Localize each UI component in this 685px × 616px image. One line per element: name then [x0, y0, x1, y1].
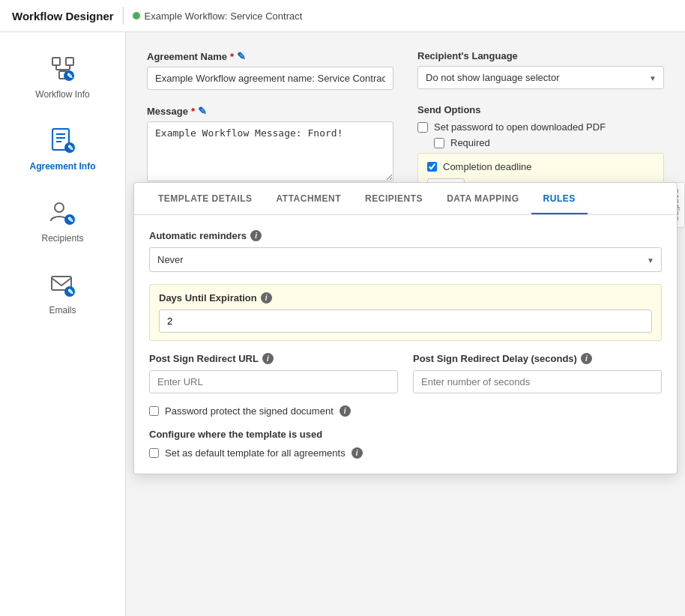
sidebar-item-recipients[interactable]: ✎ Recipients	[0, 184, 125, 256]
recipients-icon: ✎	[49, 199, 76, 226]
sidebar-label-workflow-info: Workflow Info	[35, 89, 89, 100]
modal-panel: TEMPLATE DETAILS ATTACHMENT RECIPIENTS D…	[133, 182, 678, 474]
default-template-row: Set as default template for all agreemen…	[149, 447, 662, 459]
set-password-row: Set password to open downloaded PDF	[417, 121, 664, 133]
sidebar-label-agreement-info: Agreement Info	[29, 161, 95, 172]
agreement-info-icon-wrap: ✎	[46, 124, 79, 157]
tab-template-details[interactable]: TEMPLATE DETAILS	[146, 183, 265, 214]
sidebar-item-agreement-info[interactable]: ✎ Agreement Info	[0, 112, 125, 184]
tab-attachment[interactable]: ATTACHMENT	[265, 183, 354, 214]
completion-deadline-label: Completion deadline	[443, 161, 532, 172]
sidebar-item-emails[interactable]: ✎ Emails	[0, 256, 125, 327]
modal-tabs: TEMPLATE DETAILS ATTACHMENT RECIPIENTS D…	[134, 183, 677, 215]
expiration-label: Days Until Expiration i	[159, 292, 652, 304]
post-sign-url-input[interactable]	[149, 370, 398, 393]
recipients-language-label: Recipient's Language	[417, 50, 664, 61]
completion-deadline-row: Completion deadline	[427, 161, 654, 172]
message-required-star: *	[191, 106, 195, 117]
divider	[123, 7, 124, 25]
sidebar: ✎ Workflow Info ✎ Agreement Info	[0, 32, 126, 616]
password-protect-row: Password protect the signed document i	[149, 405, 662, 417]
expiration-info-icon: i	[261, 292, 272, 304]
workflow-info-icon-wrap: ✎	[46, 52, 79, 85]
post-sign-delay-input[interactable]	[413, 370, 662, 393]
app-title: Workflow Designer	[12, 10, 114, 22]
default-template-label: Set as default template for all agreemen…	[165, 447, 345, 459]
set-password-checkbox[interactable]	[417, 122, 428, 133]
rules-panel-content: Automatic reminders i Never Every day Ev…	[134, 215, 677, 474]
default-template-checkbox[interactable]	[149, 448, 159, 458]
send-options-label: Send Options	[417, 104, 664, 115]
sidebar-item-workflow-info[interactable]: ✎ Workflow Info	[0, 40, 125, 112]
main-layout: ✎ Workflow Info ✎ Agreement Info	[0, 32, 685, 616]
svg-rect-1	[66, 58, 73, 65]
post-sign-fields: Post Sign Redirect URL i Post Sign Redir…	[149, 353, 662, 393]
reminders-select-wrap: Never Every day Every 2 days Every 5 day…	[149, 247, 662, 272]
post-sign-url-label: Post Sign Redirect URL i	[149, 353, 398, 364]
default-template-info-icon: i	[351, 447, 363, 459]
required-row: Required	[434, 137, 664, 148]
message-edit-icon[interactable]: ✎	[198, 105, 207, 117]
svg-rect-0	[52, 58, 60, 65]
completion-deadline-checkbox[interactable]	[427, 162, 437, 172]
svg-text:✎: ✎	[67, 288, 73, 296]
post-sign-delay-field: Post Sign Redirect Delay (seconds) i	[413, 353, 662, 393]
svg-text:✎: ✎	[67, 144, 73, 152]
agreement-name-label: Agreement Name* ✎	[147, 50, 393, 62]
agreement-name-edit-icon[interactable]: ✎	[237, 50, 246, 62]
automatic-reminders-label: Automatic reminders i	[149, 230, 662, 241]
password-protect-info-icon: i	[340, 405, 351, 417]
post-sign-url-field: Post Sign Redirect URL i	[149, 353, 398, 393]
language-select-wrapper: Do not show language selector	[417, 66, 664, 89]
post-sign-url-info-icon: i	[262, 353, 274, 364]
sidebar-label-emails: Emails	[49, 305, 76, 315]
svg-text:✎: ✎	[66, 72, 72, 80]
workflow-indicator: Example Workflow: Service Contract	[133, 10, 303, 22]
password-protect-label: Password protect the signed document	[165, 405, 334, 417]
reminders-select[interactable]: Never Every day Every 2 days Every 5 day…	[149, 247, 662, 272]
status-dot	[133, 12, 140, 19]
emails-icon: ✎	[49, 271, 76, 298]
tab-recipients[interactable]: RECIPIENTS	[353, 183, 435, 214]
recipients-icon-wrap: ✎	[46, 196, 79, 229]
tab-data-mapping[interactable]: DATA MAPPING	[435, 183, 531, 214]
agreement-info-icon: ✎	[49, 127, 76, 154]
content-area: Agreement Name* ✎ Message* ✎ Example Wor…	[126, 32, 685, 616]
password-protect-checkbox[interactable]	[149, 406, 159, 416]
configure-section-label: Configure where the template is used	[149, 429, 662, 440]
required-star: *	[230, 51, 234, 62]
svg-point-15	[55, 203, 64, 212]
expiration-box: Days Until Expiration i	[149, 284, 662, 341]
required-label: Required	[450, 137, 490, 148]
emails-icon-wrap: ✎	[46, 268, 79, 301]
tab-rules[interactable]: RULES	[531, 183, 588, 214]
automatic-reminders-info-icon: i	[250, 230, 262, 241]
workflow-name: Example Workflow: Service Contract	[145, 10, 303, 22]
svg-text:✎: ✎	[67, 216, 73, 224]
expiration-days-input[interactable]	[159, 309, 652, 333]
top-bar: Workflow Designer Example Workflow: Serv…	[0, 0, 685, 32]
required-checkbox[interactable]	[434, 138, 444, 148]
message-label: Message* ✎	[147, 105, 393, 117]
post-sign-delay-label: Post Sign Redirect Delay (seconds) i	[413, 353, 662, 364]
language-select[interactable]: Do not show language selector	[417, 66, 664, 89]
agreement-name-input[interactable]	[147, 67, 393, 90]
workflow-info-icon: ✎	[49, 55, 76, 82]
message-input[interactable]: Example Workflow Message: Fnord!	[147, 121, 393, 181]
sidebar-label-recipients: Recipients	[41, 233, 83, 244]
post-sign-delay-info-icon: i	[581, 353, 592, 364]
set-password-label: Set password to open downloaded PDF	[434, 121, 606, 133]
